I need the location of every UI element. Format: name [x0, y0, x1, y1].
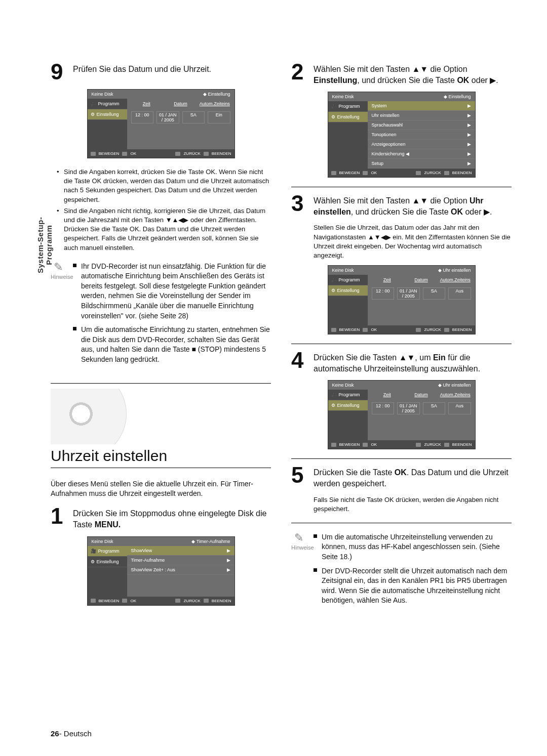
- step-4: 4 Drücken Sie die Tasten ▲▼, um Ein für …: [291, 349, 512, 374]
- step-text: Drücken Sie im Stoppmodus ohne eingelegt…: [73, 505, 271, 530]
- side-label-line1: System-Setup-: [36, 217, 45, 273]
- step-number: 4: [291, 349, 308, 374]
- step-divider: [291, 344, 512, 344]
- content-columns: 9 Prüfen Sie das Datum und die Uhrzeit. …: [51, 61, 512, 615]
- step-text: Drücken Sie die Tasten ▲▼, um Ein für di…: [314, 349, 512, 374]
- step-divider: [291, 523, 512, 523]
- bullet-item: Sind die Angaben korrekt, drücken Sie di…: [57, 167, 271, 204]
- step-number: 5: [291, 464, 308, 489]
- step-text: Drücken Sie die Taste OK. Das Datum und …: [314, 464, 512, 489]
- section-divider: [51, 383, 271, 384]
- osd-side-programm: 🎥 Programm: [88, 99, 127, 109]
- vertical-section-label: System-Setup- Programm: [36, 217, 53, 273]
- left-column: 9 Prüfen Sie das Datum und die Uhrzeit. …: [51, 61, 271, 615]
- step-9: 9 Prüfen Sie das Datum und die Uhrzeit.: [51, 61, 271, 83]
- step-number: 2: [291, 61, 308, 86]
- step-divider: [291, 187, 512, 187]
- hint-list: Um die automatische Uhrzeiteinstellung v…: [314, 532, 512, 610]
- step-3: 3 Wählen Sie mit den Tasten ▲▼ die Optio…: [291, 192, 512, 217]
- section-intro: Über dieses Menü stellen Sie die aktuell…: [51, 479, 271, 498]
- section-title: Uhrzeit einstellen: [51, 447, 271, 465]
- note-icon: ✎ Hinweise: [291, 532, 306, 551]
- hint-item: Um die automatische Einrichtung zu start…: [73, 325, 271, 364]
- manual-page: System-Setup- Programm 9 Prüfen Sie das …: [0, 0, 547, 756]
- step-number: 1: [51, 505, 68, 530]
- osd-screenshot-settings-list: Keine Disk ◆ Einstellung 🎥 Programm ⚙ Ei…: [328, 92, 476, 178]
- right-column: 2 Wählen Sie mit den Tasten ▲▼ die Optio…: [291, 61, 512, 615]
- hint-item: Um die automatische Uhrzeiteinstellung v…: [314, 532, 512, 562]
- hint-item: Ihr DVD-Recorder ist nun einsatzfähig. D…: [73, 262, 271, 321]
- hint-list: Ihr DVD-Recorder ist nun einsatzfähig. D…: [73, 262, 271, 369]
- step-5: 5 Drücken Sie die Taste OK. Das Datum un…: [291, 464, 512, 489]
- osd-screenshot-timer-menu: Keine Disk ◆ Timer-Aufnahme 🎥 Programm ⚙…: [87, 536, 235, 606]
- step-1: 1 Drücken Sie im Stoppmodus ohne eingele…: [51, 505, 271, 530]
- bullet-item: Sind die Angaben nicht richtig, korrigie…: [57, 206, 271, 253]
- osd-screenshot-clock-aus2: Keine Disk ◆ Uhr einstellen 🎥 Programm ⚙…: [328, 380, 476, 449]
- osd-screenshot-einstellung-ein: Keine Disk ◆ Einstellung 🎥 Programm ⚙ Ei…: [87, 89, 235, 158]
- step-text: Wählen Sie mit den Tasten ▲▼ die Option …: [314, 61, 512, 86]
- page-number: 26: [51, 729, 59, 738]
- step-number: 9: [51, 61, 68, 83]
- step-2: 2 Wählen Sie mit den Tasten ▲▼ die Optio…: [291, 61, 512, 86]
- page-footer: 26- Deutsch: [51, 729, 92, 738]
- cd-illustration: [51, 389, 271, 444]
- osd-screenshot-clock-aus1: Keine Disk ◆ Uhr einstellen 🎥 Programm ⚙…: [328, 265, 476, 334]
- step9-bullets: Sind die Angaben korrekt, drücken Sie di…: [57, 167, 271, 253]
- section-divider: [51, 468, 271, 468]
- osd-side-einstellung: ⚙ Einstellung: [88, 109, 127, 120]
- page-lang: - Deutsch: [59, 729, 92, 738]
- hint-block: ✎ Hinweise Um die automatische Uhrzeitei…: [291, 532, 512, 610]
- osd-title: ◆ Einstellung: [203, 92, 230, 97]
- hint-block: ✎ Hinweise Ihr DVD-Recorder ist nun eins…: [51, 262, 271, 369]
- osd-no-disk: Keine Disk: [92, 92, 113, 97]
- step5-subtext: Falls Sie nicht die Taste OK drücken, we…: [314, 495, 512, 514]
- hint-item: Der DVD-Recorder stellt die Uhrzeit auto…: [314, 566, 512, 606]
- step-divider: [291, 458, 512, 459]
- step-text: Prüfen Sie das Datum und die Uhrzeit.: [73, 61, 211, 83]
- step-number: 3: [291, 192, 308, 217]
- side-label-line2: Programm: [45, 217, 54, 273]
- step-text: Wählen Sie mit den Tasten ▲▼ die Option …: [314, 192, 512, 217]
- step3-subtext: Stellen Sie die Uhrzeit, das Datum oder …: [314, 223, 512, 260]
